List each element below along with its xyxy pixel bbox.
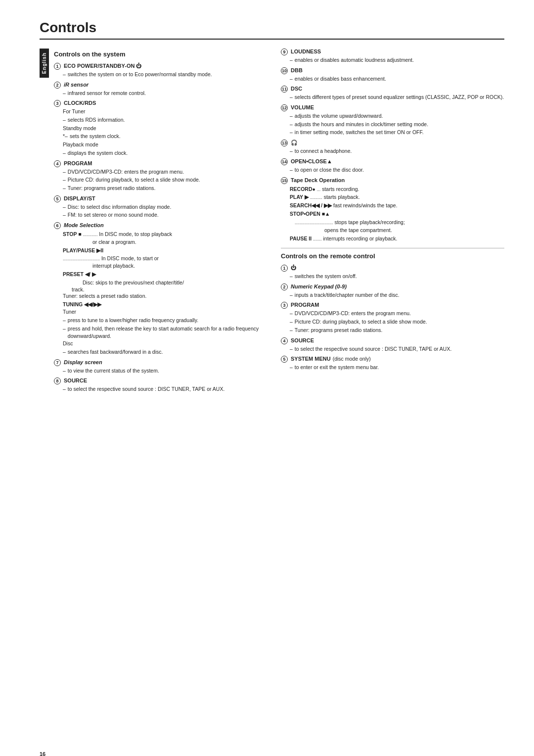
item-label-15: Tape Deck Operation bbox=[291, 177, 345, 183]
item-12-bullet-2: –adjusts the hours and minutes in clock/… bbox=[290, 121, 504, 128]
item-label-2: iR sensor bbox=[64, 82, 89, 88]
mode-tuning-tuner: Tuner bbox=[63, 308, 263, 316]
item-3: 3 CLOCK/RDS For Tuner –selects RDS infor… bbox=[54, 100, 263, 156]
item-label-9: LOUDNESS bbox=[291, 48, 321, 54]
english-tab: English bbox=[40, 48, 49, 78]
item-3-sub-3: Standby mode bbox=[63, 125, 263, 132]
item-4-bullet-2: –Picture CD: during playback, to select … bbox=[63, 176, 263, 184]
item-label-7: Display screen bbox=[64, 359, 102, 365]
item-3-sub-1: For Tuner bbox=[63, 108, 263, 115]
item-7-bullet-1: –to view the current status of the syste… bbox=[63, 367, 263, 375]
item-12: 12 VOLUME –adjusts the volume upward/dow… bbox=[281, 104, 504, 136]
item-3-sub-6: –displays the system clock. bbox=[63, 149, 263, 157]
item-2: 2 iR sensor –infrared sensor for remote … bbox=[54, 82, 263, 97]
item-num-12: 12 bbox=[281, 104, 288, 111]
tape-play: PLAY ▶ .......... starts playback. bbox=[290, 193, 504, 201]
remote-item-label-2: Numeric Keypad (0-9) bbox=[291, 284, 347, 289]
mode-preset-track: track. bbox=[72, 286, 263, 292]
item-10: 10 DBB –enables or disables bass enhance… bbox=[281, 67, 504, 83]
item-num-1: 1 bbox=[54, 63, 61, 70]
mode-playpause: PLAY/PAUSE ▶II bbox=[63, 247, 263, 255]
mode-preset: PRESET ◀/ ▶ bbox=[63, 271, 263, 279]
item-9-bullet-1: –enables or disables automatic loudness … bbox=[290, 56, 504, 64]
item-label-10: DBB bbox=[291, 67, 303, 73]
item-label-4: PROGRAM bbox=[64, 160, 92, 166]
section-system-title: Controls on the system bbox=[54, 50, 263, 58]
tape-pause: PAUSE II ....... interrupts recording or… bbox=[290, 235, 504, 243]
item-11-bullet-1: –selects different types of preset sound… bbox=[290, 94, 504, 101]
left-column: English Controls on the system 1 ECO POW… bbox=[40, 48, 263, 742]
remote-item-3-bullet-1: –DVD/VCD/CD/MP3-CD: enters the program m… bbox=[290, 310, 504, 317]
item-label-12: VOLUME bbox=[291, 104, 314, 110]
mode-preset-bullet-1: Disc: skips to the previous/next chapter… bbox=[63, 279, 263, 286]
item-5-bullet-2: –FM: to set stereo or mono sound mode. bbox=[63, 211, 263, 219]
item-12-bullet-3: –in timer setting mode, switches the set… bbox=[290, 129, 504, 136]
item-num-5: 5 bbox=[54, 195, 61, 202]
remote-item-label-5-suffix: (disc mode only) bbox=[333, 356, 371, 362]
item-6: 6 Mode Selection STOP ■ ............ In … bbox=[54, 222, 263, 356]
remote-item-2-bullet-1: –inputs a track/title/chapter number of … bbox=[290, 291, 504, 299]
tape-deck-ops: RECORD● ... starts recording. PLAY ▶ ...… bbox=[290, 185, 504, 243]
remote-item-1-bullet-1: –switches the system on/off. bbox=[290, 273, 504, 280]
item-num-7: 7 bbox=[54, 359, 61, 366]
item-num-15: 15 bbox=[281, 177, 288, 184]
item-label-5: DISPLAY/ST bbox=[64, 195, 95, 201]
item-label-14: OPEN•CLOSE▲ bbox=[291, 158, 332, 164]
item-1: 1 ECO POWER/STANDBY-ON ⏻ –switches the s… bbox=[54, 63, 263, 78]
item-num-2: 2 bbox=[54, 82, 61, 89]
item-5: 5 DISPLAY/ST –Disc: to select disc infor… bbox=[54, 195, 263, 219]
tape-search: SEARCH◀◀ / ▶▶ fast rewinds/winds the tap… bbox=[290, 201, 504, 210]
item-3-sub-5: Playback mode bbox=[63, 141, 263, 148]
item-label-11: DSC bbox=[291, 86, 302, 92]
item-2-bullet-1: –infrared sensor for remote control. bbox=[63, 90, 263, 97]
remote-item-5: 5 SYSTEM MENU (disc mode only) –to enter… bbox=[281, 356, 504, 371]
item-label-3: CLOCK/RDS bbox=[64, 100, 96, 106]
mode-tuning: TUNING ◀◀/▶▶ bbox=[63, 301, 263, 309]
mode-preset-tuner: Tuner: selects a preset radio station. bbox=[63, 292, 263, 300]
remote-item-3-bullet-2: –Picture CD: during playback, to select … bbox=[290, 318, 504, 326]
remote-item-5-bullet-1: –to enter or exit the system menu bar. bbox=[290, 364, 504, 371]
item-num-14: 14 bbox=[281, 158, 288, 165]
item-num-4: 4 bbox=[54, 160, 61, 167]
remote-item-4-bullet-1: –to select the respective sound source :… bbox=[290, 345, 504, 353]
remote-item-3-bullet-3: –Tuner: programs preset radio stations. bbox=[290, 327, 504, 334]
section-remote-title: Controls on the remote control bbox=[281, 252, 504, 260]
item-3-sub-2: –selects RDS information. bbox=[63, 116, 263, 124]
item-15: 15 Tape Deck Operation RECORD● ... start… bbox=[281, 177, 504, 243]
item-label-8: SOURCE bbox=[64, 378, 87, 383]
remote-item-num-4: 4 bbox=[281, 337, 288, 344]
page-title: Controls bbox=[40, 20, 504, 40]
right-column: 9 LOUDNESS –enables or disables automati… bbox=[281, 48, 504, 742]
item-4-bullet-1: –DVD/VCD/CD/MP3-CD: enters the program m… bbox=[63, 168, 263, 176]
item-label-13: 🎧 bbox=[291, 140, 298, 146]
mode-tuning-b1: –press to tune to a lower/higher radio f… bbox=[63, 317, 263, 324]
item-4-bullet-3: –Tuner: programs preset radio stations. bbox=[63, 185, 263, 192]
tape-stop-text2: opens the tape compartment. bbox=[324, 226, 504, 235]
mode-tuning-disc: Disc bbox=[63, 340, 263, 347]
remote-item-num-3: 3 bbox=[281, 302, 288, 309]
item-num-11: 11 bbox=[281, 86, 288, 93]
item-14: 14 OPEN•CLOSE▲ –to open or close the dis… bbox=[281, 158, 504, 174]
remote-item-num-2: 2 bbox=[281, 284, 288, 290]
remote-item-num-5: 5 bbox=[281, 356, 288, 363]
item-1-bullet-1: –switches the system on or to Eco power/… bbox=[63, 71, 263, 78]
item-4: 4 PROGRAM –DVD/VCD/CD/MP3-CD: enters the… bbox=[54, 160, 263, 192]
item-12-bullet-1: –adjusts the volume upward/downward. bbox=[290, 112, 504, 120]
item-num-13: 13 bbox=[281, 140, 288, 146]
item-10-bullet-1: –enables or disables bass enhancement. bbox=[290, 75, 504, 83]
mode-tuning-disc-bullet: –searches fast backward/forward in a dis… bbox=[63, 348, 263, 356]
item-5-bullet-1: –Disc: to select disc information displa… bbox=[63, 203, 263, 211]
item-9: 9 LOUDNESS –enables or disables automati… bbox=[281, 48, 504, 64]
item-8: 8 SOURCE –to select the respective sound… bbox=[54, 378, 263, 393]
remote-item-label-5: SYSTEM MENU bbox=[291, 356, 331, 362]
page-number: 16 bbox=[40, 751, 504, 756]
remote-item-label-1: ⏻ bbox=[291, 265, 296, 271]
item-num-3: 3 bbox=[54, 100, 61, 107]
mode-playpause-text: .............................. In DISC m… bbox=[63, 255, 263, 269]
section-divider bbox=[281, 248, 504, 248]
item-13-bullet-1: –to connect a headphone. bbox=[290, 147, 504, 155]
mode-tuning-b2: –press and hold, then release the key to… bbox=[63, 325, 263, 339]
remote-item-label-4: SOURCE bbox=[291, 337, 314, 343]
item-label-6: Mode Selection bbox=[64, 222, 104, 228]
remote-item-1: 1 ⏻ –switches the system on/off. bbox=[281, 265, 504, 280]
